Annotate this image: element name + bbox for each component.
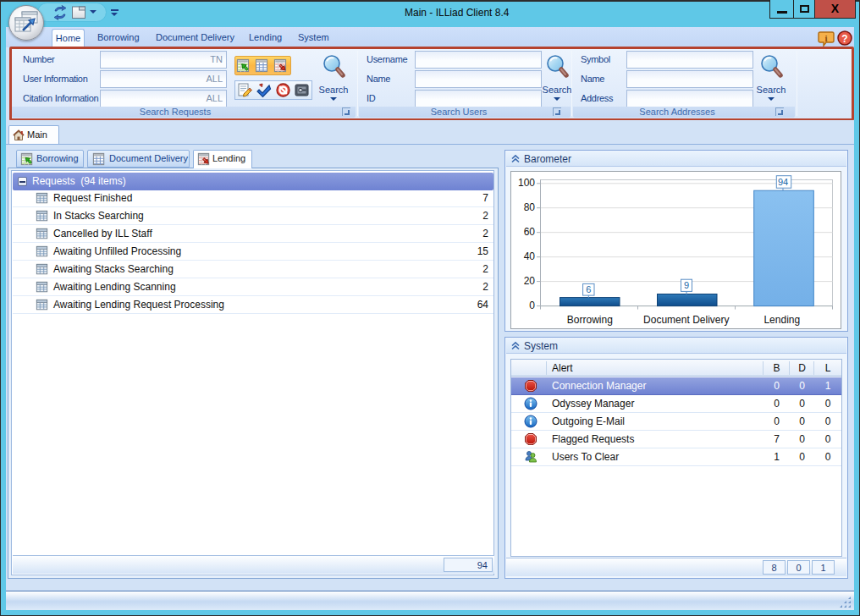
svg-text:20: 20 <box>524 275 536 287</box>
svg-text:6: 6 <box>586 284 591 294</box>
svg-text:Document Delivery: Document Delivery <box>643 314 729 326</box>
svg-text:100: 100 <box>518 177 535 189</box>
svg-text:Lending: Lending <box>764 314 800 326</box>
svg-text:i: i <box>824 33 827 43</box>
svg-text:80: 80 <box>524 201 536 213</box>
svg-text:60: 60 <box>524 226 536 238</box>
svg-text:0: 0 <box>529 300 535 311</box>
svg-text:9: 9 <box>684 280 689 290</box>
svg-text:?: ? <box>841 33 847 45</box>
svg-text:40: 40 <box>524 250 536 262</box>
svg-text:94: 94 <box>778 177 788 187</box>
svg-text:Borrowing: Borrowing <box>567 314 613 326</box>
